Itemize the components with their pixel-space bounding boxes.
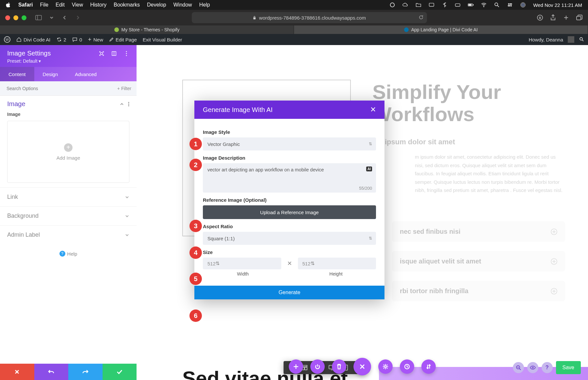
new-tab-icon[interactable]: [563, 14, 570, 21]
preset-dropdown[interactable]: Preset: Default ▾: [7, 58, 129, 64]
reload-icon[interactable]: [418, 15, 424, 21]
control-center-icon[interactable]: [507, 2, 513, 8]
history-button[interactable]: [400, 359, 414, 374]
confirm-button[interactable]: [103, 364, 137, 380]
download-icon[interactable]: [536, 14, 544, 21]
preview-button[interactable]: [527, 362, 538, 373]
window-controls: [5, 15, 26, 20]
svg-point-0: [390, 3, 395, 7]
comments-link[interactable]: 0: [72, 37, 82, 42]
zoom-out-button[interactable]: [513, 362, 524, 373]
share-icon[interactable]: [549, 14, 557, 21]
more-icon[interactable]: [123, 51, 129, 56]
tab-design[interactable]: Design: [34, 67, 67, 81]
menu-window[interactable]: Window: [173, 2, 192, 8]
wifi-icon[interactable]: [481, 2, 487, 8]
expand-icon[interactable]: [99, 51, 105, 56]
app-name[interactable]: Safari: [18, 2, 33, 8]
svg-point-19: [580, 38, 582, 40]
tab-content[interactable]: Content: [0, 67, 34, 81]
search-options-input[interactable]: [0, 86, 112, 91]
generate-button[interactable]: Generate: [194, 286, 384, 299]
menu-file[interactable]: File: [40, 2, 48, 8]
svg-rect-1: [429, 3, 434, 7]
apple-logo-icon[interactable]: [6, 2, 11, 8]
power-button[interactable]: [310, 359, 325, 374]
help-button[interactable]: ?: [542, 362, 553, 373]
clock[interactable]: Wed Nov 22 11:21 AM: [533, 2, 582, 8]
save-button[interactable]: Save: [556, 361, 581, 374]
trash-button[interactable]: [332, 359, 346, 374]
undo-button[interactable]: [34, 364, 69, 380]
accordion-row[interactable]: rbi tortor nibh fringilla: [392, 281, 565, 301]
tab-advanced[interactable]: Advanced: [66, 67, 105, 81]
accordion-row[interactable]: nec sed finibus nisi: [392, 221, 565, 242]
siri-icon[interactable]: [520, 2, 526, 8]
close-window-button[interactable]: [5, 15, 10, 20]
updown-icon: ⇅: [369, 236, 372, 241]
wp-search-icon[interactable]: [579, 37, 584, 43]
exit-visual-builder-link[interactable]: Exit Visual Builder: [143, 37, 182, 42]
forward-button[interactable]: [74, 13, 82, 22]
aspect-ratio-select[interactable]: Square (1:1)⇅: [203, 232, 376, 245]
image-style-select[interactable]: Vector Graphic⇅: [203, 137, 376, 150]
loom-icon[interactable]: [389, 2, 395, 8]
menu-edit[interactable]: Edit: [56, 2, 65, 8]
display-icon[interactable]: [429, 2, 434, 8]
back-button[interactable]: [60, 13, 69, 22]
menu-history[interactable]: History: [90, 2, 106, 8]
close-icon[interactable]: ✕: [370, 105, 376, 114]
updates-link[interactable]: 2: [57, 37, 66, 42]
section-admin-label-toggle[interactable]: Admin Label: [0, 225, 137, 244]
avatar[interactable]: [568, 36, 574, 43]
redo-button[interactable]: [68, 364, 103, 380]
add-image-dropzone[interactable]: + Add Image: [7, 121, 129, 183]
tab-dropdown-button[interactable]: [47, 13, 56, 22]
annotation-4: 4: [189, 246, 202, 259]
edit-page-link[interactable]: Edit Page: [109, 37, 137, 42]
height-input[interactable]: 512⇅: [298, 258, 376, 269]
svg-point-25: [126, 55, 127, 56]
image-description-textarea[interactable]: vector art depicting an app workflow on …: [203, 163, 376, 193]
howdy-text[interactable]: Howdy, Deanna: [529, 37, 563, 42]
menu-develop[interactable]: Develop: [147, 2, 166, 8]
folder-icon[interactable]: [416, 2, 421, 8]
menu-bookmarks[interactable]: Bookmarks: [114, 2, 140, 8]
canvas-right-actions: ? Save: [513, 361, 581, 374]
columns-icon[interactable]: [111, 51, 117, 56]
svg-point-10: [511, 5, 512, 7]
accordion-row[interactable]: isque aliquet velit sit amet: [392, 251, 565, 272]
size-label: Size: [203, 249, 376, 255]
ai-badge[interactable]: AI: [366, 166, 372, 171]
discard-button[interactable]: [0, 364, 34, 380]
tabs-icon[interactable]: [576, 14, 583, 21]
search-icon[interactable]: [494, 2, 500, 8]
filter-button[interactable]: +Filter: [112, 86, 137, 91]
menu-help[interactable]: Help: [199, 2, 210, 8]
add-button[interactable]: [289, 359, 303, 374]
browser-tab-wordpress[interactable]: App Landing Page | Divi Code AI: [294, 25, 588, 34]
width-input[interactable]: 512⇅: [203, 258, 281, 269]
minimize-window-button[interactable]: [13, 15, 18, 20]
menu-view[interactable]: View: [72, 2, 83, 8]
wp-logo-icon[interactable]: W: [4, 36, 10, 43]
site-name-link[interactable]: Divi Code AI: [16, 37, 51, 42]
keyboard-icon[interactable]: [455, 2, 461, 8]
maximize-window-button[interactable]: [22, 15, 26, 20]
cloud-icon[interactable]: [402, 2, 408, 8]
address-bar[interactable]: wordpress-784896-3788616.cloudwaysapps.c…: [192, 12, 427, 23]
browser-tab-shopify[interactable]: My Store - Themes - Shopify: [0, 25, 294, 34]
section-background-toggle[interactable]: Background: [0, 206, 137, 225]
section-image-toggle[interactable]: Image: [7, 100, 129, 108]
sort-button[interactable]: [421, 359, 436, 374]
close-builder-button[interactable]: [353, 358, 371, 375]
new-link[interactable]: +New: [88, 36, 103, 43]
svg-point-8: [508, 4, 510, 5]
sidebar-toggle-button[interactable]: [34, 13, 43, 22]
bluetooth-icon[interactable]: [442, 2, 448, 8]
upload-reference-button[interactable]: Upload a Reference Image: [203, 205, 376, 219]
section-link-toggle[interactable]: Link: [0, 187, 137, 206]
battery-icon[interactable]: [468, 2, 474, 8]
settings-button[interactable]: [378, 359, 393, 374]
help-link[interactable]: ?Help: [0, 244, 137, 263]
